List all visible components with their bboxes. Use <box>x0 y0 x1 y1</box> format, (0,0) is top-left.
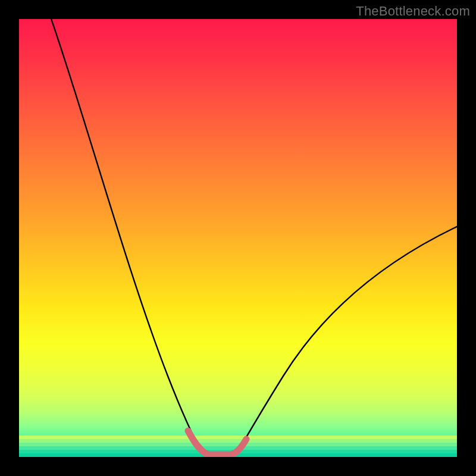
watermark-text: TheBottleneck.com <box>356 4 470 19</box>
valley-highlight <box>188 431 246 455</box>
left-curve <box>50 19 202 453</box>
chart-stage: TheBottleneck.com <box>0 0 476 476</box>
curve-layer <box>19 19 457 457</box>
right-curve <box>237 225 457 453</box>
plot-area <box>19 19 457 457</box>
